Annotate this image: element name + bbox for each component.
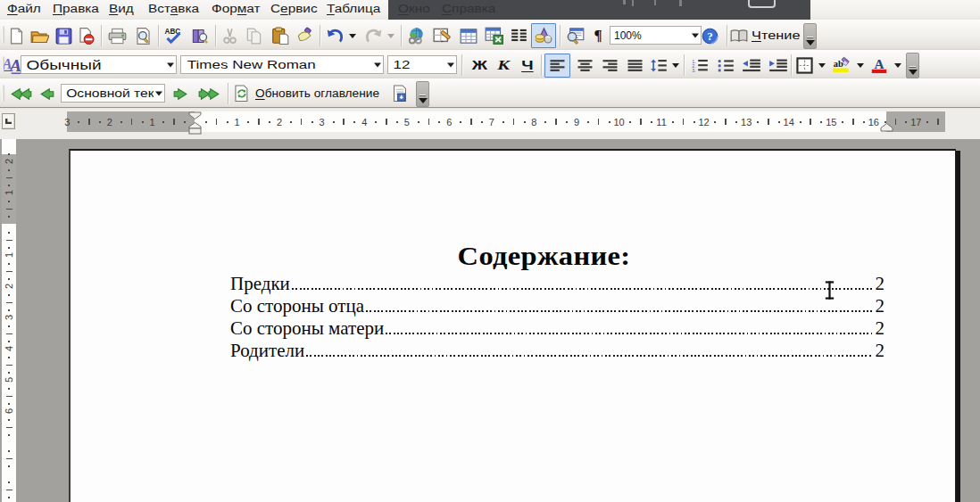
document-map-icon (566, 27, 585, 45)
save-button[interactable] (52, 24, 75, 47)
spelling-icon: ABC (164, 27, 183, 45)
demote-button[interactable] (169, 82, 192, 105)
paste-button[interactable] (268, 24, 292, 47)
redo-button[interactable] (362, 24, 385, 47)
bold-button[interactable]: Ж (468, 53, 491, 77)
outlining-toolbar-options-button[interactable] (416, 81, 429, 107)
permission-button[interactable] (75, 24, 97, 47)
insert-excel-table-button[interactable] (482, 24, 506, 47)
menu-справка[interactable]: Справка (436, 0, 490, 20)
style-combo[interactable]: Обычный (21, 55, 177, 74)
toc-entry[interactable]: Со стороны матери2 (230, 317, 884, 340)
align-left-button[interactable] (544, 53, 570, 78)
menu-правка[interactable]: Правка (46, 0, 96, 20)
toolbar-grip[interactable] (2, 85, 4, 102)
toc-entry[interactable]: Со стороны отца2 (230, 295, 884, 317)
tab-selector[interactable] (2, 113, 15, 129)
underline-button[interactable]: Ч (516, 53, 538, 77)
highlight-dropdown[interactable] (854, 53, 867, 77)
style-value: Обычный (21, 58, 102, 72)
drawing-button[interactable] (531, 23, 556, 48)
copy-icon (245, 28, 262, 45)
update-toc-button[interactable]: Обновить оглавление (233, 82, 386, 105)
toc-entry[interactable]: Родители2 (230, 340, 884, 362)
redo-dropdown[interactable] (384, 24, 398, 47)
ruler-tick (386, 119, 387, 125)
ruler-number: 3 (64, 116, 70, 127)
copy-button[interactable] (242, 24, 266, 47)
menu-вид[interactable]: Вид (103, 0, 135, 20)
align-right-button[interactable] (597, 53, 622, 78)
document-page[interactable]: Содержание: Предки2Со стороны отца2Со ст… (69, 149, 956, 502)
tables-and-borders-button[interactable] (430, 24, 454, 47)
print-button[interactable] (105, 24, 129, 47)
bullet-list-button[interactable] (713, 53, 737, 77)
ruler-tick (470, 119, 472, 125)
promote-button[interactable] (36, 82, 59, 105)
align-center-button[interactable] (572, 53, 597, 78)
menu-сервис[interactable]: Сервис (264, 0, 313, 20)
toc-entry[interactable]: Предки2 (230, 273, 884, 295)
ruler-tick (544, 121, 546, 123)
first-line-indent-marker[interactable] (188, 111, 202, 119)
ruler-zone: 3211234567891011121314151617 (0, 109, 980, 139)
research-button[interactable] (187, 24, 212, 47)
format-painter-button[interactable] (294, 24, 317, 47)
insert-table-button[interactable] (456, 24, 480, 47)
columns-button[interactable] (508, 24, 530, 47)
chevron-down-icon (806, 40, 815, 45)
print-preview-button[interactable] (131, 24, 155, 47)
horizontal-ruler[interactable]: 3211234567891011121314151617 (67, 111, 945, 132)
menu-таблица[interactable]: Таблица (320, 0, 375, 20)
ruler-tick (757, 121, 759, 123)
formatting-marks-button[interactable]: ¶ (588, 23, 608, 48)
borders-dropdown[interactable] (816, 53, 828, 77)
highlight-button[interactable]: ab (830, 53, 853, 77)
outline-level-value: Основной текст (62, 87, 154, 100)
menu-вставка[interactable]: Вставка (142, 0, 195, 20)
decrease-indent-button[interactable] (738, 53, 764, 77)
outline-level-combo[interactable]: Основной текст (61, 84, 165, 103)
ruler-tick (173, 119, 175, 125)
redo-icon (365, 28, 383, 44)
document-map-button[interactable] (563, 24, 587, 47)
formatting-toolbar-options-button[interactable] (906, 53, 919, 78)
paste-icon (271, 27, 289, 45)
ruler-tick (8, 450, 10, 452)
justify-button[interactable] (622, 53, 647, 78)
size-combo[interactable]: 12 (387, 55, 457, 74)
zoom-combo[interactable]: 100% (610, 26, 702, 45)
new-document-button[interactable] (5, 24, 27, 47)
insert-hyperlink-button[interactable] (404, 24, 428, 47)
font-combo[interactable]: Times New Roman (180, 55, 384, 74)
cut-button[interactable] (219, 24, 241, 47)
promote-heading1-button[interactable] (9, 82, 34, 105)
menu-окно[interactable]: Окно (392, 0, 429, 20)
menu-файл[interactable]: Файл (1, 0, 40, 20)
ruler-tick (311, 121, 313, 123)
italic-button[interactable]: К (493, 53, 514, 77)
toolbar-grip[interactable] (2, 26, 4, 43)
ruler-tick (258, 119, 260, 125)
open-button[interactable] (28, 24, 51, 47)
read-mode-button[interactable]: Чтение (730, 24, 801, 47)
ruler-number: 1 (4, 252, 14, 258)
increase-indent-button[interactable] (765, 53, 791, 77)
spelling-button[interactable]: ABC (162, 24, 186, 47)
menu-формат[interactable]: Формат (205, 0, 256, 20)
font-color-button[interactable]: A (868, 53, 891, 77)
borders-button[interactable] (793, 53, 815, 77)
line-spacing-button[interactable] (648, 53, 669, 77)
help-button[interactable]: ? (699, 24, 721, 47)
numbered-list-button[interactable]: 1.2.3. (687, 53, 712, 77)
undo-button[interactable] (323, 24, 345, 47)
right-indent-marker[interactable] (880, 123, 893, 132)
go-to-toc-button[interactable] (387, 82, 411, 105)
undo-dropdown[interactable] (345, 24, 360, 47)
line-spacing-dropdown[interactable] (669, 53, 682, 77)
demote-to-body-button[interactable] (195, 82, 222, 105)
hanging-indent-marker[interactable] (188, 122, 202, 135)
font-color-dropdown[interactable] (892, 53, 904, 77)
standard-toolbar-options-button[interactable] (803, 23, 817, 49)
vertical-ruler[interactable]: 21123456 (2, 139, 16, 502)
